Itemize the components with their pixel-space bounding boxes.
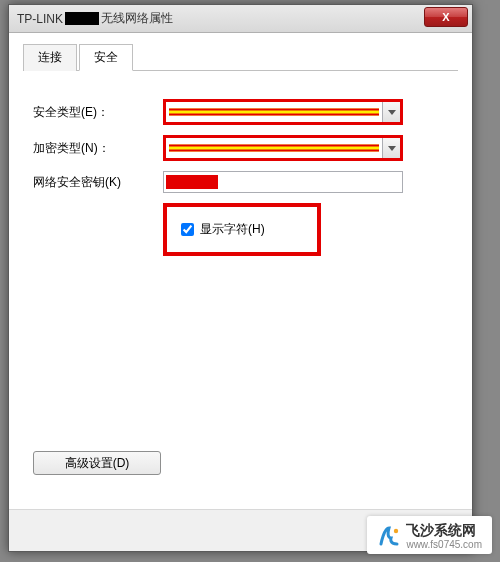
watermark-title: 飞沙系统网 bbox=[406, 522, 482, 538]
titlebar: TP-LINK 无线网络属性 X bbox=[9, 5, 472, 33]
content-area: 连接 安全 安全类型(E)： 加密类型(N)： bbox=[9, 33, 472, 551]
encryption-type-label: 加密类型(N)： bbox=[33, 140, 163, 157]
network-key-label: 网络安全密钥(K) bbox=[33, 174, 163, 191]
network-key-field[interactable] bbox=[163, 171, 403, 193]
encryption-type-row: 加密类型(N)： bbox=[33, 135, 448, 161]
encryption-type-dropdown[interactable] bbox=[382, 138, 400, 158]
title-redacted bbox=[65, 12, 99, 25]
title-suffix: 无线网络属性 bbox=[101, 10, 173, 27]
security-type-row: 安全类型(E)： bbox=[33, 99, 448, 125]
watermark: 飞沙系统网 www.fs0745.com bbox=[367, 516, 492, 554]
network-key-row: 网络安全密钥(K) bbox=[33, 171, 448, 193]
watermark-text: 飞沙系统网 www.fs0745.com bbox=[406, 522, 482, 550]
title-prefix: TP-LINK bbox=[17, 12, 63, 26]
close-button[interactable]: X bbox=[424, 7, 468, 27]
encryption-type-combo[interactable] bbox=[163, 135, 403, 161]
tab-strip: 连接 安全 bbox=[23, 43, 458, 71]
chevron-down-icon bbox=[388, 110, 396, 115]
tab-security[interactable]: 安全 bbox=[79, 44, 133, 71]
advanced-settings-button[interactable]: 高级设置(D) bbox=[33, 451, 161, 475]
dialog-window: TP-LINK 无线网络属性 X 连接 安全 安全类型(E)： bbox=[8, 4, 473, 552]
watermark-url: www.fs0745.com bbox=[406, 539, 482, 551]
security-type-label: 安全类型(E)： bbox=[33, 104, 163, 121]
tab-connection-label: 连接 bbox=[38, 50, 62, 64]
watermark-icon bbox=[377, 524, 401, 548]
security-type-dropdown[interactable] bbox=[382, 102, 400, 122]
security-panel: 安全类型(E)： 加密类型(N)： 网络安全密钥(K) bbox=[23, 71, 458, 266]
svg-point-0 bbox=[394, 529, 398, 533]
show-characters-row: 显示字符(H) bbox=[163, 203, 321, 256]
show-characters-label: 显示字符(H) bbox=[200, 221, 265, 238]
chevron-down-icon bbox=[388, 146, 396, 151]
show-characters-checkbox[interactable] bbox=[181, 223, 194, 236]
tab-security-label: 安全 bbox=[94, 50, 118, 64]
advanced-settings-label: 高级设置(D) bbox=[65, 456, 130, 470]
security-type-combo[interactable] bbox=[163, 99, 403, 125]
close-icon: X bbox=[442, 11, 449, 23]
tab-connection[interactable]: 连接 bbox=[23, 44, 77, 71]
